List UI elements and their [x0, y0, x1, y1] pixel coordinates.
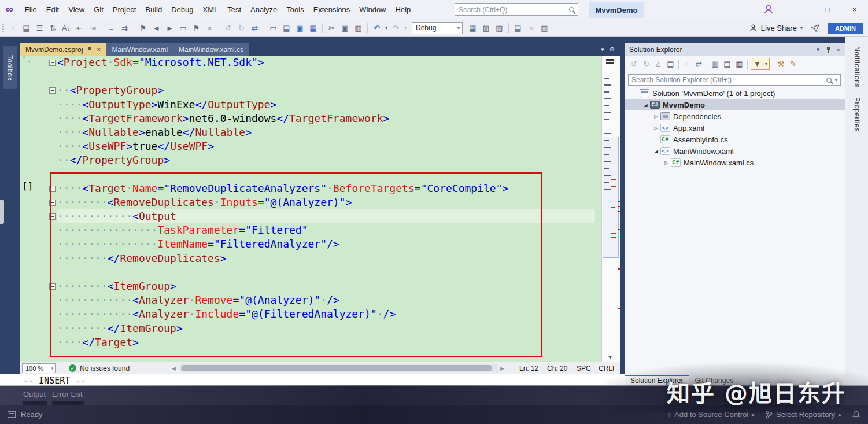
pencil-icon[interactable]: ✎: [787, 58, 799, 70]
doc-tab-mvvmdemo-csproj[interactable]: MvvmDemo.csproj×: [20, 43, 106, 56]
close-panel-icon[interactable]: ×: [837, 46, 840, 53]
redo-icon[interactable]: ↷: [389, 21, 402, 34]
panel-tab-error-list[interactable]: Error List: [52, 390, 83, 399]
undo-icon[interactable]: ↶: [370, 21, 383, 34]
se-bottom-tab-solution-explorer[interactable]: Solution Explorer: [625, 375, 689, 386]
cut-icon[interactable]: ✂: [325, 21, 338, 34]
tree-item-mvvmdemo[interactable]: ◢C#MvvmDemo: [625, 99, 845, 110]
prev-bookmark-icon[interactable]: ◄: [150, 21, 163, 34]
zoom-dropdown[interactable]: 100 % ▾: [22, 363, 56, 373]
solution-explorer-search[interactable]: ▾: [628, 74, 841, 86]
undo-dropdown-icon[interactable]: ▾: [383, 21, 389, 34]
new-file-icon[interactable]: ▭: [267, 21, 280, 34]
collapsed-expander-icon[interactable]: ▷: [663, 160, 670, 165]
fold-toggle-line-1[interactable]: [49, 60, 56, 66]
menu-git[interactable]: Git: [89, 3, 108, 16]
sort-lines-icon[interactable]: ⇅: [46, 21, 60, 34]
fold-toggle-line-17[interactable]: [49, 283, 56, 290]
bell-icon[interactable]: [852, 411, 860, 419]
menu-test[interactable]: Test: [223, 3, 246, 16]
tab-overflow-icon[interactable]: ▾: [601, 46, 604, 53]
menu-extensions[interactable]: Extensions: [309, 3, 355, 16]
stop-icon[interactable]: ×: [525, 21, 538, 34]
menu-view[interactable]: View: [64, 3, 89, 16]
decrease-indent-icon[interactable]: ⇤: [73, 21, 86, 34]
doc-tab-mainwindow-xaml-cs[interactable]: MainWindow.xaml.cs: [173, 43, 249, 56]
panel-tab-output[interactable]: Output: [23, 390, 46, 399]
solution-explorer-header[interactable]: Solution Explorer ▾ ×: [625, 43, 845, 56]
line-ending-indicator[interactable]: CRLF: [599, 364, 616, 373]
hscroll-left-icon[interactable]: ◀: [172, 366, 176, 371]
increase-indent-icon[interactable]: ⇥: [86, 21, 99, 34]
save-icon[interactable]: ▣: [293, 21, 306, 34]
switch-view-icon[interactable]: ⇄: [248, 21, 261, 34]
hscroll-right-icon[interactable]: ▶: [500, 366, 504, 371]
add-item-icon[interactable]: +: [6, 21, 20, 34]
open-file-icon[interactable]: ▤: [280, 21, 293, 34]
sort-az-icon[interactable]: A↓: [60, 21, 73, 34]
menu-debug[interactable]: Debug: [167, 3, 198, 16]
scrollbar-minimap[interactable]: ▼: [601, 56, 620, 362]
menu-xml[interactable]: XML: [198, 3, 223, 16]
format-document-icon[interactable]: ☰: [33, 21, 46, 34]
scroll-down-icon[interactable]: ▼: [607, 354, 613, 360]
horizontal-scrollbar-thumb[interactable]: [181, 365, 492, 371]
collapsed-panel-handle[interactable]: [0, 200, 4, 224]
views-dropdown-icon[interactable]: ▾: [763, 58, 769, 70]
next-bookmark-icon[interactable]: ►: [163, 21, 176, 34]
switch-views-icon[interactable]: ▤: [664, 58, 677, 70]
code-analysis-icon[interactable]: ▧: [479, 21, 493, 34]
close-tab-icon[interactable]: ×: [97, 46, 101, 54]
home-icon[interactable]: ⌂: [652, 58, 664, 70]
select-repository-button[interactable]: Select Repository ▴: [766, 410, 841, 419]
properties-icon[interactable]: ▦: [733, 58, 745, 70]
fold-toggle-line-3[interactable]: [49, 87, 56, 94]
sync-active-document-icon[interactable]: ⇄: [693, 58, 705, 70]
fold-toggle-line-11[interactable]: [49, 200, 56, 206]
profiler-icon[interactable]: ▨: [493, 21, 506, 34]
tree-item-dependencies[interactable]: ▷Dependencies: [625, 110, 845, 122]
quick-search-input[interactable]: [459, 6, 569, 14]
menu-window[interactable]: Window: [354, 3, 390, 16]
menu-tools[interactable]: Tools: [282, 3, 308, 16]
tabstrip-options-icon[interactable]: ⊛: [610, 46, 615, 53]
save-all-icon[interactable]: ▦: [306, 21, 320, 34]
show-all-files-icon[interactable]: ▤: [721, 58, 733, 70]
collapsed-expander-icon[interactable]: ▷: [652, 126, 660, 131]
paste-icon[interactable]: ▥: [352, 21, 365, 34]
health-check-icon[interactable]: ✓: [69, 364, 76, 372]
maximize-button[interactable]: □: [814, 0, 841, 19]
solution-configuration-dropdown[interactable]: Debug ▾: [412, 22, 463, 34]
options-icon[interactable]: ▥: [538, 21, 551, 34]
expanded-expander-icon[interactable]: ◢: [642, 102, 649, 108]
navigate-forward-icon[interactable]: ↻: [235, 21, 248, 34]
redo-dropdown-icon[interactable]: ▾: [402, 21, 408, 34]
se-bottom-tab-git-changes[interactable]: Git Changes: [689, 375, 739, 386]
side-tab-properties[interactable]: Properties: [853, 97, 861, 132]
collapsed-expander-icon[interactable]: ▷: [652, 114, 660, 119]
spaces-indicator[interactable]: SPC: [577, 364, 591, 373]
admin-button[interactable]: ADMIN: [828, 23, 863, 34]
tree-item-solution-mvvmdemo-1-of-1-project-[interactable]: Solution 'MvvmDemo' (1 of 1 project): [625, 87, 845, 99]
back-icon[interactable]: ↺: [628, 58, 640, 70]
menu-help[interactable]: Help: [391, 3, 416, 16]
split-window-grip[interactable]: [606, 59, 614, 64]
quick-search-box[interactable]: [455, 3, 578, 16]
boxed-icon-group[interactable]: ▼▾: [751, 58, 770, 70]
chevron-down-icon[interactable]: ▾: [835, 78, 837, 83]
menu-build[interactable]: Build: [141, 3, 167, 16]
menu-project[interactable]: Project: [108, 3, 141, 16]
feedback-icon[interactable]: [811, 24, 819, 32]
toolbar-grip[interactable]: [2, 24, 4, 32]
fold-toggle-line-12[interactable]: [49, 213, 56, 220]
copy-icon[interactable]: ▣: [338, 21, 352, 34]
solution-search-input[interactable]: [631, 76, 826, 84]
preview-selected-icon[interactable]: ▼: [751, 58, 763, 70]
tree-item-assemblyinfo-cs[interactable]: C#AssemblyInfo.cs: [625, 134, 845, 145]
wrench-icon[interactable]: ⚒: [775, 58, 787, 70]
navigate-back-icon[interactable]: ↺: [221, 21, 235, 34]
bookmark-folder-icon[interactable]: ▭: [176, 21, 190, 34]
chevron-down-icon[interactable]: ▾: [817, 46, 820, 53]
schema-view-icon[interactable]: ▤: [20, 21, 33, 34]
toolbox-side-tab[interactable]: Toolbox: [3, 46, 17, 89]
